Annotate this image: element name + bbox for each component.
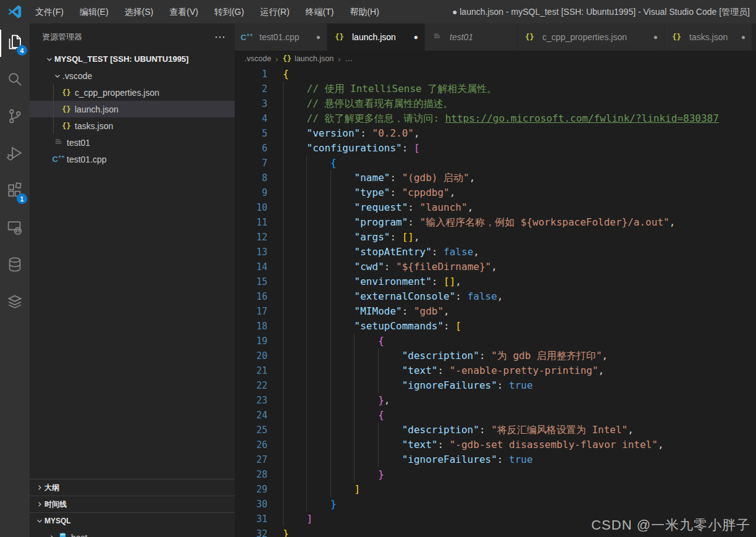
tab-launch.json[interactable]: {}launch.json● (327, 23, 425, 51)
menu-item-8[interactable]: 帮助(H) (342, 0, 387, 23)
code-line[interactable]: 30 } (235, 497, 756, 512)
token (283, 261, 355, 273)
code-line[interactable]: 28 } (235, 467, 756, 482)
token: "MIMode" (355, 305, 402, 317)
breadcrumb-label: launch.json (295, 54, 334, 63)
breadcrumb-label: .vscode (245, 54, 271, 63)
vscode-logo-icon[interactable] (7, 4, 22, 19)
menu-item-7[interactable]: 终端(T) (298, 0, 342, 23)
tab-c-cpp-properties.json[interactable]: {}c_cpp_properties.json● (518, 23, 665, 51)
breadcrumb-item[interactable]: … (345, 54, 353, 63)
code-line[interactable]: 4 // 欲了解更多信息，请访问: https://go.microsoft.c… (235, 111, 756, 126)
line-number: 14 (235, 260, 267, 274)
code-editor[interactable]: 1{2 // 使用 IntelliSense 了解相关属性。3 // 悬停以查看… (235, 67, 756, 537)
menu-item-1[interactable]: 文件(F) (27, 0, 72, 23)
code-line-content: "cwd": "${fileDirname}", (267, 260, 497, 274)
modified-dot-icon[interactable]: ● (653, 33, 658, 41)
token: "gdb" (414, 305, 443, 317)
breadcrumb-item[interactable]: .vscode (245, 54, 271, 63)
activity-item-remote-explorer[interactable] (0, 210, 30, 247)
code-line[interactable]: 12 "args": [], (235, 230, 756, 245)
tree-item-label: test01.cpp (67, 154, 107, 164)
modified-dot-icon[interactable]: ● (414, 33, 418, 41)
token: , (497, 290, 503, 302)
modified-dot-icon[interactable]: ● (316, 33, 321, 41)
tab-test01[interactable]: test01 (425, 23, 518, 51)
activity-item-extensions[interactable]: 1 (0, 173, 30, 210)
tab-test01.cpp[interactable]: C++test01.cpp● (235, 23, 327, 51)
tree-indent-guide (53, 84, 54, 134)
code-line[interactable]: 23 }, (235, 393, 756, 408)
code-line[interactable]: 26 "text": "-gdb-set disassembly-flavor … (235, 438, 756, 452)
section-mysql[interactable]: MYSQL (30, 512, 235, 529)
token: { (283, 68, 289, 80)
tree-item-launch.json[interactable]: {}launch.json (30, 101, 235, 117)
token: "为 gdb 启用整齐打印" (491, 350, 602, 362)
menu-item-2[interactable]: 编辑(E) (72, 0, 117, 23)
menu-item-3[interactable]: 选择(S) (117, 0, 162, 23)
code-line-content: "environment": [], (267, 274, 461, 289)
search-icon (7, 71, 23, 90)
breadcrumb-item[interactable]: {}launch.json (282, 54, 334, 63)
code-line-content: "MIMode": "gdb", (267, 304, 450, 319)
code-line-content: // 欲了解更多信息，请访问: https://go.microsoft.com… (267, 111, 719, 126)
code-line[interactable]: 7 { (235, 156, 756, 171)
code-line[interactable]: 29 ] (235, 482, 756, 497)
json-file-icon: {} (282, 54, 291, 63)
code-line[interactable]: 9 "type": "cppdbg", (235, 185, 756, 200)
code-line[interactable]: 10 "request": "launch", (235, 200, 756, 215)
activity-item-run-debug[interactable] (0, 136, 30, 173)
activity-item-database[interactable] (0, 247, 30, 284)
code-line[interactable]: 18 "setupCommands": [ (235, 319, 756, 334)
tree-item-host[interactable]: host (30, 529, 235, 537)
menu-item-4[interactable]: 查看(V) (161, 0, 206, 23)
code-line[interactable]: 15 "environment": [], (235, 274, 756, 289)
code-line[interactable]: 16 "externalConsole": false, (235, 289, 756, 304)
section-label: MYSQL (44, 517, 71, 525)
token: "request" (355, 201, 408, 213)
tree-item-mysql-test-ssh-ubuntu1995-[interactable]: MYSQL_TEST [SSH: UBUNTU1995] (30, 51, 235, 67)
code-line[interactable]: 24 { (235, 408, 756, 423)
code-line[interactable]: 2 // 使用 IntelliSense 了解相关属性。 (235, 82, 756, 96)
tree-item-test01[interactable]: test01 (30, 134, 235, 151)
section-outline[interactable]: 大纲 (30, 479, 235, 496)
token: , (450, 187, 456, 198)
menu-item-6[interactable]: 运行(R) (252, 0, 297, 23)
code-line[interactable]: 13 "stopAtEntry": false, (235, 245, 756, 260)
activity-item-layers[interactable] (0, 284, 30, 321)
modified-dot-icon[interactable]: ● (741, 33, 746, 41)
code-line[interactable]: 14 "cwd": "${fileDirname}", (235, 260, 756, 274)
code-line[interactable]: 21 "text": "-enable-pretty-printing", (235, 363, 756, 378)
token (283, 98, 307, 109)
code-line[interactable]: 5 "version": "0.2.0", (235, 126, 756, 141)
token (283, 112, 307, 124)
section-timeline[interactable]: 时间线 (30, 496, 235, 512)
code-line[interactable]: 11 "program": "输入程序名称，例如 ${workspaceFold… (235, 215, 756, 230)
activity-item-explorer[interactable]: 4 (0, 25, 30, 62)
code-line[interactable]: 6 "configurations": [ (235, 141, 756, 156)
line-number: 17 (235, 304, 267, 319)
tree-item-test01.cpp[interactable]: C++test01.cpp (30, 151, 235, 167)
more-actions-icon[interactable]: ⋯ (214, 30, 226, 44)
code-line[interactable]: 19 { (235, 334, 756, 349)
activity-item-search[interactable] (0, 62, 30, 99)
menu-item-5[interactable]: 转到(G) (206, 0, 252, 23)
code-line[interactable]: 8 "name": "(gdb) 启动", (235, 171, 756, 185)
tree-item-tasks.json[interactable]: {}tasks.json (30, 117, 235, 134)
code-line[interactable]: 20 "description": "为 gdb 启用整齐打印", (235, 349, 756, 363)
code-line[interactable]: 25 "description": "将反汇编风格设置为 Intel", (235, 423, 756, 438)
json-file-icon: {} (524, 33, 536, 41)
tab-tasks.json[interactable]: {}tasks.json● (665, 23, 752, 51)
code-line-content: { (267, 67, 289, 82)
code-line[interactable]: 1{ (235, 67, 756, 82)
code-line[interactable]: 27 "ignoreFailures": true (235, 452, 756, 467)
code-line[interactable]: 22 "ignoreFailures": true (235, 378, 756, 393)
code-line[interactable]: 17 "MIMode": "gdb", (235, 304, 756, 319)
tab-label: test01.cpp (259, 32, 300, 42)
token: "cppdbg" (402, 187, 450, 198)
tree-item-.vscode[interactable]: .vscode (30, 67, 235, 84)
token: [] (402, 231, 414, 243)
tree-item-c-cpp-properties.json[interactable]: {}c_cpp_properties.json (30, 84, 235, 101)
code-line[interactable]: 3 // 悬停以查看现有属性的描述。 (235, 96, 756, 111)
activity-item-source-control[interactable] (0, 99, 30, 136)
